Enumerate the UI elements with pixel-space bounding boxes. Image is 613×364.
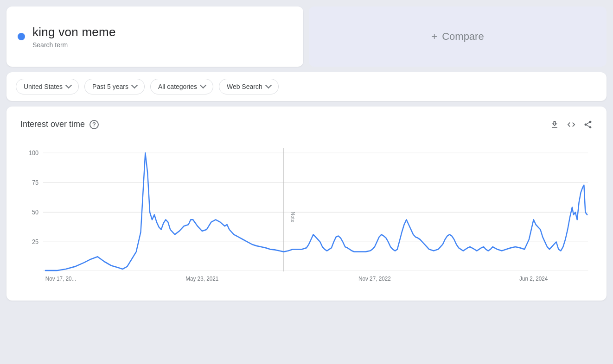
search-term-title: king von meme xyxy=(32,25,116,39)
chart-title: Interest over time xyxy=(20,119,85,129)
chart-line xyxy=(45,153,587,270)
time-filter[interactable]: Past 5 years xyxy=(84,79,145,94)
svg-text:May 23, 2021: May 23, 2021 xyxy=(185,275,218,282)
chart-title-row: Interest over time ? xyxy=(20,119,99,129)
chart-actions xyxy=(550,120,593,129)
chart-area: 100 75 50 25 Nov 17, 20... May 23, 2021 … xyxy=(20,143,593,291)
search-term-info: king von meme Search term xyxy=(32,25,116,49)
compare-card[interactable]: + Compare xyxy=(309,6,607,67)
top-row: king von meme Search term + Compare xyxy=(6,6,607,67)
compare-label: Compare xyxy=(442,31,484,43)
chart-card: Interest over time ? xyxy=(6,107,607,301)
svg-text:Nov 17, 20...: Nov 17, 20... xyxy=(45,275,77,282)
svg-text:25: 25 xyxy=(32,238,38,245)
region-filter[interactable]: United States xyxy=(16,79,79,94)
time-filter-label: Past 5 years xyxy=(92,83,128,90)
filter-row: United States Past 5 years All categorie… xyxy=(6,72,607,101)
svg-text:75: 75 xyxy=(32,179,38,186)
category-filter-label: All categories xyxy=(158,83,197,90)
share-icon[interactable] xyxy=(583,120,593,129)
embed-icon[interactable] xyxy=(567,120,576,129)
interest-chart: 100 75 50 25 Nov 17, 20... May 23, 2021 … xyxy=(20,143,593,291)
app-container: king von meme Search term + Compare Unit… xyxy=(0,0,613,307)
svg-text:Jun 2, 2024: Jun 2, 2024 xyxy=(519,275,548,282)
search-type-filter[interactable]: Web Search xyxy=(219,79,279,94)
search-term-dot xyxy=(18,33,25,40)
svg-text:Nov 27, 2022: Nov 27, 2022 xyxy=(358,275,391,282)
chevron-down-icon xyxy=(131,82,138,88)
help-icon[interactable]: ? xyxy=(89,120,99,129)
svg-text:50: 50 xyxy=(32,208,38,216)
category-filter[interactable]: All categories xyxy=(150,79,213,94)
chart-header: Interest over time ? xyxy=(20,119,593,129)
compare-plus-icon: + xyxy=(431,31,437,43)
search-term-card: king von meme Search term xyxy=(6,6,303,67)
download-icon[interactable] xyxy=(550,120,559,129)
chevron-down-icon xyxy=(200,82,206,88)
search-type-filter-label: Web Search xyxy=(227,83,262,90)
chevron-down-icon xyxy=(65,82,72,88)
chevron-down-icon xyxy=(265,82,272,88)
search-term-subtitle: Search term xyxy=(32,41,116,49)
region-filter-label: United States xyxy=(24,83,63,90)
svg-text:100: 100 xyxy=(29,149,38,157)
note-label: Note xyxy=(290,212,295,222)
